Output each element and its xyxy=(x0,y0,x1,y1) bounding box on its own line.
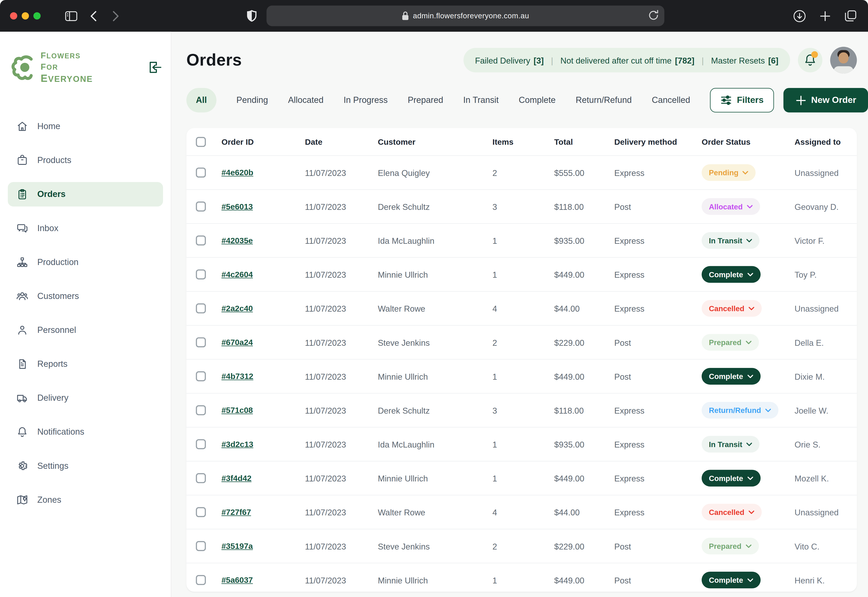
new-tab-icon[interactable] xyxy=(818,9,832,23)
alert-segment[interactable]: Master Resets [6] xyxy=(711,55,779,65)
row-checkbox[interactable] xyxy=(196,235,206,245)
sidebar-item-orders[interactable]: Orders xyxy=(8,182,163,206)
user-avatar[interactable] xyxy=(830,47,857,73)
table-row: #3d2c13 11/07/2023 Ida McLaughlin 1 $935… xyxy=(187,427,857,461)
order-status-badge[interactable]: Allocated xyxy=(702,198,760,215)
sidebar-item-reports[interactable]: Reports xyxy=(8,352,163,376)
sidebar-item-customers[interactable]: Customers xyxy=(8,284,163,308)
tab-pending[interactable]: Pending xyxy=(237,95,268,105)
logo-text-line2: For xyxy=(41,61,93,72)
order-status-badge[interactable]: Cancelled xyxy=(702,504,761,521)
order-status-label: Prepared xyxy=(709,338,741,346)
alert-segment[interactable]: Failed Delivery [3] xyxy=(475,55,544,65)
order-status-badge[interactable]: Complete xyxy=(702,266,760,283)
order-total: $229.00 xyxy=(554,338,615,347)
order-total: $118.00 xyxy=(554,202,615,211)
tab-return-refund[interactable]: Return/Refund xyxy=(576,95,632,105)
order-items: 3 xyxy=(492,405,554,415)
reload-icon[interactable] xyxy=(648,9,659,21)
sidebar-item-notifications[interactable]: Notifications xyxy=(8,420,163,444)
row-checkbox[interactable] xyxy=(196,337,206,348)
row-checkbox[interactable] xyxy=(196,405,206,415)
row-checkbox[interactable] xyxy=(196,168,206,178)
tab-overview-icon[interactable] xyxy=(844,9,858,23)
order-status-badge[interactable]: Return/Refund xyxy=(702,402,778,419)
select-all-checkbox[interactable] xyxy=(196,137,206,147)
order-customer: Elena Quigley xyxy=(378,168,492,177)
privacy-shield-icon[interactable] xyxy=(244,9,259,23)
order-status-badge[interactable]: In Transit xyxy=(702,232,760,249)
tab-complete[interactable]: Complete xyxy=(519,95,555,105)
chevron-down-icon xyxy=(742,169,748,176)
order-status-badge[interactable]: Complete xyxy=(702,572,760,588)
order-id-link[interactable]: #35197a xyxy=(222,542,305,550)
company-logo[interactable]: Flowers For Everyone xyxy=(11,50,93,85)
order-items: 1 xyxy=(492,575,554,585)
order-status-badge[interactable]: Complete xyxy=(702,368,760,385)
tab-allocated[interactable]: Allocated xyxy=(288,95,323,105)
order-status-badge[interactable]: Prepared xyxy=(702,538,758,554)
tab-in-transit[interactable]: In Transit xyxy=(463,95,499,105)
sidebar-item-home[interactable]: Home xyxy=(8,114,163,138)
new-order-button[interactable]: New Order xyxy=(784,88,868,112)
sidebar-item-inbox[interactable]: Inbox xyxy=(8,216,163,241)
row-checkbox[interactable] xyxy=(196,507,206,517)
minimize-window-button[interactable] xyxy=(22,12,29,19)
address-bar[interactable]: admin.flowersforeveryone.com.au xyxy=(267,6,664,26)
row-checkbox[interactable] xyxy=(196,541,206,551)
logo-text-line1: Flowers xyxy=(41,50,93,61)
downloads-icon[interactable] xyxy=(792,9,807,23)
status-tabs: AllPendingAllocatedIn ProgressPreparedIn… xyxy=(187,88,857,112)
row-checkbox[interactable] xyxy=(196,575,206,585)
forward-button[interactable] xyxy=(108,9,123,23)
order-status-badge[interactable]: Complete xyxy=(702,470,760,487)
tab-prepared[interactable]: Prepared xyxy=(408,95,443,105)
filters-button[interactable]: Filters xyxy=(710,88,774,112)
order-id-link[interactable]: #4b7312 xyxy=(222,372,305,380)
row-checkbox[interactable] xyxy=(196,439,206,449)
sidebar-item-products[interactable]: Products xyxy=(8,148,163,172)
tab-all[interactable]: All xyxy=(187,88,216,112)
order-status-badge[interactable]: Prepared xyxy=(702,334,758,351)
row-checkbox[interactable] xyxy=(196,371,206,381)
row-checkbox[interactable] xyxy=(196,269,206,279)
order-status-badge[interactable]: In Transit xyxy=(702,436,760,453)
sidebar-item-label: Settings xyxy=(37,461,68,471)
order-id-link[interactable]: #670a24 xyxy=(222,338,305,347)
order-assigned-to: Dixie M. xyxy=(794,371,857,381)
order-id-link[interactable]: #4c2604 xyxy=(222,270,305,279)
sidebar-item-production[interactable]: Production xyxy=(8,250,163,274)
notifications-button[interactable] xyxy=(798,48,822,72)
order-id-link[interactable]: #2a2c40 xyxy=(222,304,305,313)
sidebar-toggle-icon[interactable] xyxy=(64,9,79,23)
order-id-link[interactable]: #3d2c13 xyxy=(222,440,305,448)
order-total: $935.00 xyxy=(554,236,615,245)
order-id-link[interactable]: #5e6013 xyxy=(222,202,305,211)
order-items: 1 xyxy=(492,371,554,381)
order-status-label: In Transit xyxy=(709,236,742,245)
tab-in-progress[interactable]: In Progress xyxy=(344,95,388,105)
back-button[interactable] xyxy=(86,9,101,23)
sidebar-item-personnel[interactable]: Personnel xyxy=(8,318,163,342)
tab-cancelled[interactable]: Cancelled xyxy=(652,95,690,105)
plus-icon xyxy=(795,95,806,105)
order-id-link[interactable]: #5a6037 xyxy=(222,576,305,584)
order-id-link[interactable]: #42035e xyxy=(222,236,305,245)
row-checkbox[interactable] xyxy=(196,473,206,483)
sidebar-item-settings[interactable]: Settings xyxy=(8,454,163,478)
row-checkbox[interactable] xyxy=(196,202,206,211)
zoom-window-button[interactable] xyxy=(33,12,41,19)
order-id-link[interactable]: #727f67 xyxy=(222,508,305,517)
order-id-link[interactable]: #571c08 xyxy=(222,406,305,414)
collapse-sidebar-icon[interactable] xyxy=(148,60,162,75)
sidebar-item-zones[interactable]: Zones xyxy=(8,487,163,512)
row-checkbox[interactable] xyxy=(196,303,206,313)
order-status-badge[interactable]: Cancelled xyxy=(702,300,761,317)
order-id-link[interactable]: #3f4d42 xyxy=(222,474,305,483)
order-status-badge[interactable]: Pending xyxy=(702,164,755,181)
close-window-button[interactable] xyxy=(10,12,17,19)
alert-segment[interactable]: Not delivered after cut off time [782] xyxy=(560,55,695,65)
order-status-label: Complete xyxy=(709,372,743,380)
order-id-link[interactable]: #4e620b xyxy=(222,168,305,177)
sidebar-item-delivery[interactable]: Delivery xyxy=(8,386,163,410)
